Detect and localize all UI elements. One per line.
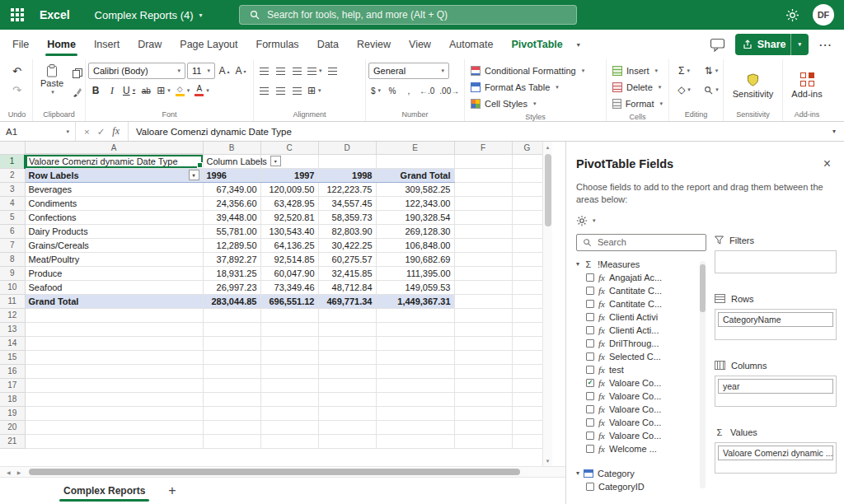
field-item[interactable]: fxValoare Co... [576, 429, 696, 442]
cell-D7[interactable]: 30,422.25 [318, 238, 376, 252]
cell-C20[interactable] [260, 420, 318, 434]
row-header-16[interactable]: 16 [0, 364, 25, 378]
field-item[interactable]: fxWelcome ... [576, 442, 696, 455]
cell-G18[interactable] [512, 392, 542, 406]
cell-C14[interactable] [260, 336, 318, 350]
cell-B4[interactable]: 24,356.60 [203, 196, 260, 210]
avatar[interactable]: DF [813, 4, 834, 26]
cell-C3[interactable]: 120,009.50 [260, 182, 318, 196]
cell-G5[interactable] [512, 210, 542, 224]
row-header-13[interactable]: 13 [0, 322, 25, 336]
row-labels-filter-button[interactable]: ▾ [189, 170, 199, 180]
panel-settings-button[interactable]: ▾ [576, 214, 596, 227]
cell-E19[interactable] [376, 406, 454, 420]
cell-A14[interactable] [25, 336, 203, 350]
col-header-F[interactable]: F [454, 142, 512, 154]
field-group-measures[interactable]: ▾Σ!Measures [576, 258, 696, 271]
cell-B6[interactable]: 55,781.00 [203, 224, 260, 238]
checkbox[interactable] [586, 287, 594, 295]
tab-formulas[interactable]: Formulas [247, 30, 308, 59]
tab-view[interactable]: View [400, 30, 440, 59]
field-item[interactable]: ✓fxValoare Co... [576, 376, 696, 390]
field-item[interactable]: fxCantitate C... [576, 284, 696, 297]
cell-A5[interactable]: Confections [25, 210, 203, 224]
checkbox[interactable] [586, 418, 594, 427]
row-header-10[interactable]: 10 [0, 280, 25, 294]
delete-cells-button[interactable]: Delete▾ [609, 79, 666, 95]
comma-style-button[interactable]: , [401, 82, 416, 99]
cell-E17[interactable] [376, 378, 454, 392]
cell-E13[interactable] [376, 322, 454, 336]
cell-G11[interactable] [512, 294, 542, 308]
checkbox[interactable] [586, 339, 594, 348]
cell-G12[interactable] [512, 308, 542, 322]
checkbox-checked[interactable]: ✓ [586, 379, 594, 387]
undo-button[interactable]: ↶ [10, 63, 25, 79]
row-header-8[interactable]: 8 [0, 252, 25, 266]
cell-C4[interactable]: 63,428.95 [260, 196, 318, 210]
tab-home[interactable]: Home [38, 30, 85, 59]
cell-A21[interactable] [25, 434, 203, 448]
cell-C8[interactable]: 92,514.85 [260, 252, 318, 266]
row-header-20[interactable]: 20 [0, 420, 25, 434]
cell-C17[interactable] [260, 378, 318, 392]
cell-A11[interactable]: Grand Total [25, 294, 203, 308]
cell-C7[interactable]: 64,136.25 [260, 238, 318, 252]
cell-B3[interactable]: 67,349.00 [203, 182, 260, 196]
field-item[interactable]: fxValoare Co... [576, 403, 696, 416]
field-item[interactable]: fxValoare Co... [576, 416, 696, 429]
cell-D10[interactable]: 48,712.84 [318, 280, 376, 294]
area-box-columns[interactable]: year [715, 376, 837, 407]
checkbox[interactable] [586, 432, 594, 440]
format-cells-button[interactable]: Format▾ [609, 96, 666, 111]
cell-styles-button[interactable]: Cell Styles▾ [467, 96, 603, 111]
merge-center-button[interactable]: ⊞▾ [306, 82, 323, 99]
search-input[interactable]: Search for tools, help, and more (Alt + … [239, 5, 577, 25]
number-format-select[interactable]: General▾ [368, 63, 449, 79]
cell-D21[interactable] [318, 434, 376, 448]
cell-D6[interactable]: 82,803.90 [318, 224, 376, 238]
sensitivity-button[interactable]: Sensitivity [726, 63, 780, 109]
area-field-pill[interactable]: Valoare Comenzi dynamic ... [718, 446, 833, 460]
cell-B21[interactable] [203, 434, 260, 448]
borders-button[interactable]: ⊞▾ [155, 82, 172, 99]
formula-input[interactable]: Valoare Comenzi dynamic Date Type [129, 127, 299, 137]
row-header-12[interactable]: 12 [0, 308, 25, 322]
font-size-select[interactable]: 11▾ [187, 63, 215, 79]
align-right-button[interactable] [289, 82, 304, 99]
decrease-font-size-button[interactable]: A▾ [233, 63, 248, 79]
share-button[interactable]: Share ▾ [735, 34, 809, 55]
cell-C21[interactable] [260, 434, 318, 448]
cell-B18[interactable] [203, 392, 260, 406]
cell-C15[interactable] [260, 350, 318, 364]
field-item[interactable]: fxClienti Acti... [576, 324, 696, 337]
scroll-down-arrow-icon[interactable]: ▼ [546, 455, 551, 466]
row-header-5[interactable]: 5 [0, 210, 25, 224]
cell-A18[interactable] [25, 392, 203, 406]
decrease-decimal-button[interactable]: .00→ [438, 82, 461, 99]
cell-B8[interactable]: 37,892.27 [203, 252, 260, 266]
cell-F8[interactable] [454, 252, 512, 266]
cell-A3[interactable]: Beverages [25, 182, 203, 196]
tab-review[interactable]: Review [348, 30, 400, 59]
scroll-up-arrow-icon[interactable]: ▲ [546, 142, 551, 152]
cell-G2[interactable] [512, 168, 542, 182]
cell-E14[interactable] [376, 336, 454, 350]
cell-G20[interactable] [512, 420, 542, 434]
cell-E5[interactable]: 190,328.54 [376, 210, 454, 224]
cell-F10[interactable] [454, 280, 512, 294]
cancel-entry-button[interactable]: × [84, 127, 90, 137]
cell-B12[interactable] [203, 308, 260, 322]
field-item[interactable]: fxValoare Co... [576, 390, 696, 403]
conditional-formatting-button[interactable]: Conditional Formatting▾ [467, 63, 603, 78]
cell-F6[interactable] [454, 224, 512, 238]
cell-E12[interactable] [376, 308, 454, 322]
cell-G15[interactable] [512, 350, 542, 364]
cell-G3[interactable] [512, 182, 542, 196]
fill-color-button[interactable]: ◇▾ [174, 82, 192, 99]
row-header-6[interactable]: 6 [0, 224, 25, 238]
cell-D18[interactable] [318, 392, 376, 406]
cell-E3[interactable]: 309,582.25 [376, 182, 454, 196]
checkbox[interactable] [586, 366, 594, 374]
add-she et-button[interactable]: + [161, 483, 183, 498]
